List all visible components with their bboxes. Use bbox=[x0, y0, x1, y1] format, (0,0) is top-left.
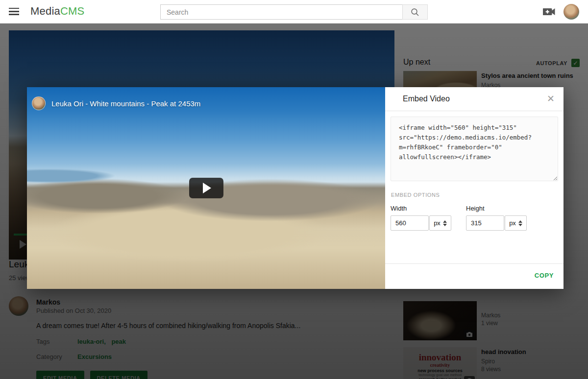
logo-media-text: Media bbox=[30, 5, 60, 17]
modal-footer: COPY bbox=[385, 263, 564, 289]
upload-media-icon[interactable] bbox=[543, 6, 556, 17]
preview-title-bar: Leuka Ori - White mountains - Peak at 24… bbox=[32, 96, 200, 110]
width-unit-value: px bbox=[434, 219, 441, 227]
width-label: Width bbox=[391, 205, 451, 212]
top-bar: MediaCMS bbox=[0, 0, 588, 24]
search-bar bbox=[160, 4, 428, 20]
spinner-arrows-icon bbox=[443, 220, 447, 226]
mediacms-logo[interactable]: MediaCMS bbox=[30, 5, 84, 18]
modal-header: Embed Video ✕ bbox=[385, 87, 564, 111]
height-unit-value: px bbox=[509, 219, 516, 227]
preview-video-title: Leuka Ori - White mountains - Peak at 24… bbox=[51, 99, 200, 108]
embed-code-textarea[interactable]: <iframe width="560" height="315" src="ht… bbox=[391, 117, 558, 181]
embed-video-preview[interactable]: Leuka Ori - White mountains - Peak at 24… bbox=[27, 87, 385, 289]
close-icon[interactable]: ✕ bbox=[547, 93, 555, 105]
embed-modal: Embed Video ✕ <iframe width="560" height… bbox=[385, 87, 564, 289]
logo-cms-text: CMS bbox=[60, 5, 85, 17]
search-input[interactable] bbox=[160, 4, 402, 20]
height-label: Height bbox=[466, 205, 527, 212]
channel-avatar bbox=[32, 96, 46, 110]
height-field-group: Height px bbox=[466, 205, 527, 231]
embed-popup: Leuka Ori - White mountains - Peak at 24… bbox=[27, 87, 564, 289]
play-icon bbox=[203, 183, 211, 193]
user-avatar[interactable] bbox=[564, 4, 579, 20]
modal-title: Embed Video bbox=[403, 95, 450, 103]
embed-options-fields: Width px Height px bbox=[391, 205, 541, 231]
width-input[interactable] bbox=[391, 215, 429, 231]
copy-button[interactable]: COPY bbox=[535, 272, 554, 279]
mediacms-app: MediaCMS bbox=[0, 0, 588, 379]
height-unit-select[interactable]: px bbox=[505, 215, 527, 231]
height-input[interactable] bbox=[466, 215, 504, 231]
menu-icon[interactable] bbox=[9, 8, 19, 15]
width-field-group: Width px bbox=[391, 205, 451, 231]
embed-options-label: EMBED OPTIONS bbox=[391, 192, 440, 198]
spinner-arrows-icon bbox=[518, 220, 522, 226]
search-icon bbox=[411, 8, 419, 17]
width-unit-select[interactable]: px bbox=[429, 215, 451, 231]
play-button[interactable] bbox=[189, 178, 223, 198]
search-button[interactable] bbox=[402, 4, 428, 20]
